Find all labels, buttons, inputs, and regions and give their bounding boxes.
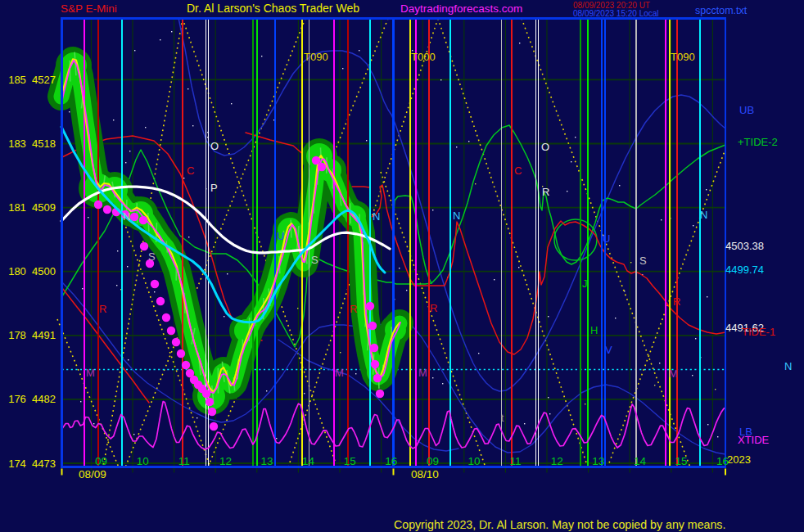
svg-text:N: N <box>700 209 707 221</box>
svg-text:R: R <box>350 303 357 315</box>
svg-text:N: N <box>784 360 792 372</box>
svg-text:H: H <box>590 324 598 336</box>
svg-text:Daytradingforecasts.com: Daytradingforecasts.com <box>400 2 522 15</box>
svg-text:2023: 2023 <box>727 453 751 466</box>
svg-text:13: 13 <box>260 455 273 467</box>
svg-text:S: S <box>311 254 318 266</box>
svg-text:U: U <box>603 232 610 245</box>
svg-text:T090: T090 <box>304 51 328 63</box>
svg-text:11: 11 <box>178 455 190 467</box>
svg-text:4503.38: 4503.38 <box>725 240 764 252</box>
svg-text:15: 15 <box>344 455 356 467</box>
svg-text:180 4500: 180 4500 <box>8 265 56 277</box>
svg-text:U: U <box>277 230 284 242</box>
svg-text:O: O <box>541 141 549 153</box>
svg-text:08/09: 08/09 <box>79 468 106 480</box>
svg-text:TIDE-1: TIDE-1 <box>742 326 775 338</box>
svg-text:M: M <box>669 367 678 380</box>
svg-text:4499.74: 4499.74 <box>725 264 764 276</box>
svg-text:R: R <box>542 186 549 198</box>
svg-text:10: 10 <box>467 455 480 467</box>
svg-text:N: N <box>373 210 380 223</box>
svg-text:Copyright 2023, Dr. Al Larson.: Copyright 2023, Dr. Al Larson. May not b… <box>394 518 725 531</box>
svg-text:M: M <box>418 367 427 379</box>
svg-text:16: 16 <box>385 455 397 467</box>
svg-text:176 4482: 176 4482 <box>8 393 56 405</box>
svg-text:S: S <box>148 250 156 263</box>
svg-text:R: R <box>99 303 106 315</box>
svg-text:S&P E-Mini: S&P E-Mini <box>61 2 117 15</box>
svg-text:J: J <box>582 277 588 290</box>
svg-text:14: 14 <box>302 455 315 467</box>
svg-text:13: 13 <box>592 455 604 467</box>
svg-text:C: C <box>514 165 522 177</box>
svg-text:+TIDE-2: +TIDE-2 <box>738 136 778 148</box>
svg-text:P: P <box>210 182 218 194</box>
svg-text:R: R <box>430 302 437 314</box>
svg-text:08/09/2023 20:20 UT: 08/09/2023 20:20 UT <box>573 1 650 10</box>
svg-text:M: M <box>335 367 344 379</box>
svg-text:14: 14 <box>634 455 647 467</box>
svg-text:XTIDE: XTIDE <box>738 434 770 446</box>
svg-text:08/10: 08/10 <box>411 468 439 480</box>
svg-text:spcctom.txt: spcctom.txt <box>695 5 748 16</box>
svg-text:M: M <box>86 367 95 379</box>
svg-text:08/09/2023 15:20 Local: 08/09/2023 15:20 Local <box>573 9 659 18</box>
svg-text:V: V <box>605 344 612 356</box>
svg-text:174 4473: 174 4473 <box>8 458 56 470</box>
svg-text:15: 15 <box>675 455 687 467</box>
svg-text:185 4527: 185 4527 <box>8 74 56 86</box>
svg-text:T000: T000 <box>411 51 436 63</box>
svg-text:R: R <box>673 295 680 308</box>
svg-text:O: O <box>210 140 219 152</box>
svg-text:UB: UB <box>739 104 754 116</box>
svg-text:10: 10 <box>137 455 149 467</box>
svg-text:Dr. Al Larson's Chaos Trader W: Dr. Al Larson's Chaos Trader Web <box>187 2 359 15</box>
svg-text:C: C <box>187 165 194 177</box>
svg-text:N: N <box>453 210 460 222</box>
svg-text:183 4518: 183 4518 <box>8 138 56 150</box>
svg-text:09: 09 <box>427 455 439 467</box>
svg-text:16: 16 <box>716 455 729 467</box>
svg-text:N: N <box>123 210 130 223</box>
svg-text:178 4491: 178 4491 <box>8 329 56 341</box>
svg-text:S: S <box>639 255 647 267</box>
svg-text:12: 12 <box>219 455 232 467</box>
svg-text:09: 09 <box>95 455 107 467</box>
svg-text:T090: T090 <box>671 51 695 63</box>
svg-text:12: 12 <box>551 455 563 467</box>
svg-text:11: 11 <box>510 455 522 467</box>
svg-text:181 4509: 181 4509 <box>8 201 56 214</box>
